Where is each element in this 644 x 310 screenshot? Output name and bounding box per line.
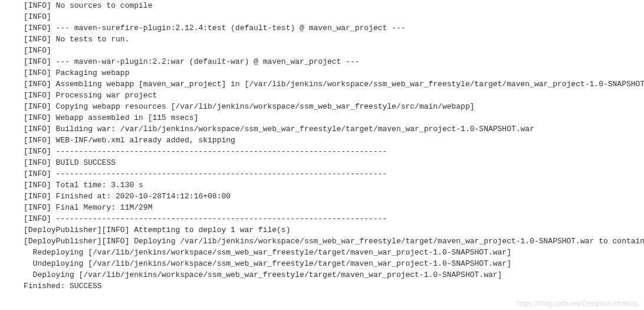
console-line: Undeploying [/var/lib/jenkins/workspace/… — [24, 258, 644, 269]
console-line: Deploying [/var/lib/jenkins/workspace/ss… — [24, 269, 644, 280]
console-line: [INFO] No sources to compile — [24, 0, 644, 11]
console-line: [INFO] Total time: 3.130 s — [24, 180, 644, 191]
console-line: [INFO] --- maven-war-plugin:2.2:war (def… — [24, 56, 644, 67]
console-line: [INFO] Webapp assembled in [115 msecs] — [24, 112, 644, 123]
console-line: [INFO] — [24, 11, 644, 22]
console-line: [INFO] No tests to run. — [24, 34, 644, 45]
console-line: [INFO] ---------------------------------… — [24, 213, 644, 224]
console-line: [INFO] — [24, 45, 644, 56]
console-line: [INFO] Finished at: 2020-10-28T14:12:16+… — [24, 191, 644, 202]
console-line: Finished: SUCCESS — [24, 280, 644, 292]
console-line: [INFO] ---------------------------------… — [24, 146, 644, 157]
console-line: [INFO] Building war: /var/lib/jenkins/wo… — [24, 123, 644, 135]
console-line: [INFO] --- maven-surefire-plugin:2.12.4:… — [24, 22, 644, 34]
console-line: [INFO] Processing war project — [24, 90, 644, 101]
watermark-text: https://blog.csdn.net/DreamsArchitects — [517, 299, 638, 308]
console-line: [INFO] Final Memory: 11M/29M — [24, 202, 644, 213]
console-line: [DeployPublisher][INFO] Attempting to de… — [24, 224, 644, 236]
console-line: [INFO] WEB-INF/web.xml already added, sk… — [24, 135, 644, 146]
console-output: [INFO] No sources to compile[INFO][INFO]… — [0, 0, 644, 292]
console-line: [INFO] BUILD SUCCESS — [24, 157, 644, 168]
console-line: [INFO] Assembling webapp [maven_war_proj… — [24, 79, 644, 90]
console-line: [DeployPublisher][INFO] Deploying /var/l… — [24, 236, 644, 247]
console-line: [INFO] ---------------------------------… — [24, 168, 644, 180]
console-line: Redeploying [/var/lib/jenkins/workspace/… — [24, 247, 644, 258]
console-line: [INFO] Copying webapp resources [/var/li… — [24, 101, 644, 112]
console-line: [INFO] Packaging webapp — [24, 67, 644, 79]
